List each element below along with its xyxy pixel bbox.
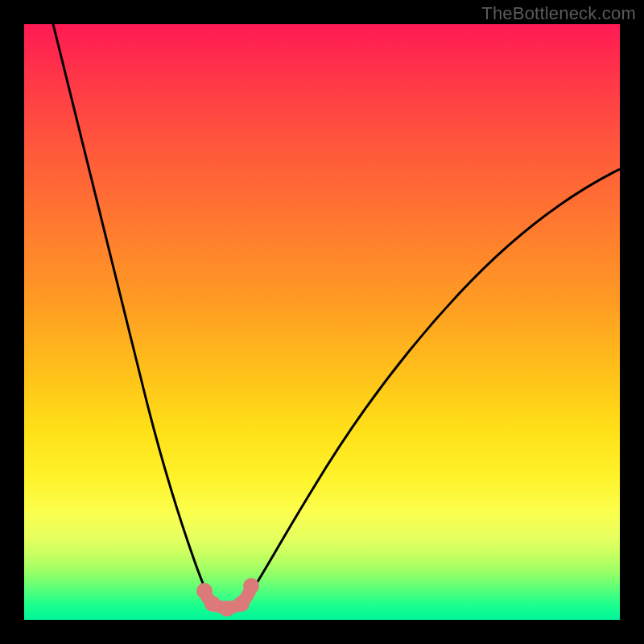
marker-dot	[243, 578, 259, 594]
watermark-text: TheBottleneck.com	[481, 3, 636, 24]
chart-stage: TheBottleneck.com	[0, 0, 644, 644]
marker-dot	[219, 601, 235, 617]
curve-layer	[24, 24, 620, 620]
right-curve	[245, 169, 620, 602]
plot-area	[24, 24, 620, 620]
marker-dot	[204, 596, 221, 612]
marker-dot	[233, 596, 250, 612]
left-curve	[53, 24, 212, 602]
